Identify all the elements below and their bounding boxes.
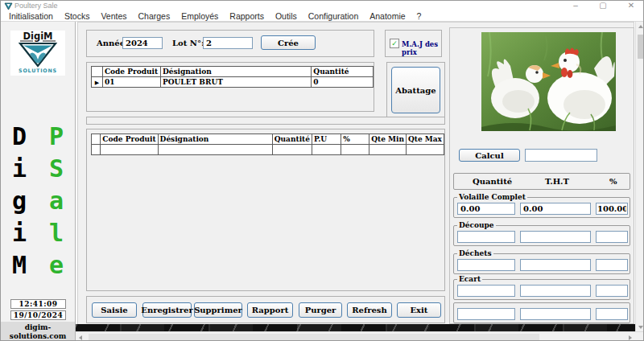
col-qte-max: Qte Max: [406, 134, 444, 145]
scroll-up-icon[interactable]: [638, 25, 643, 28]
rapport-button[interactable]: Rapport: [247, 302, 293, 318]
calcul-button[interactable]: Calcul: [459, 149, 520, 162]
details-table: Code Produit Désignation Quantité P.U % …: [91, 134, 444, 155]
desktop-background-strip: [76, 324, 635, 331]
dechets-group: Déchets: [453, 253, 630, 274]
clock-display: 12:41:09: [10, 299, 66, 309]
lot-products-table: Code Produit Désignation Quantité ▶ 01 P…: [91, 66, 374, 88]
volaille-quantite-input[interactable]: [457, 203, 515, 215]
chickens-photo: [481, 32, 616, 131]
refresh-button[interactable]: Refresh: [347, 302, 392, 318]
decoupe-quantite-input[interactable]: [457, 231, 515, 243]
menu-rapports[interactable]: Rapports: [224, 11, 270, 22]
col-designation: Désignation: [158, 134, 272, 145]
decoupe-group: Découpe: [453, 225, 630, 246]
app-icon: [4, 2, 13, 10]
vertical-scrollbar[interactable]: [635, 22, 644, 332]
group-label: Découpe: [457, 221, 496, 229]
brand-letter: S: [38, 155, 75, 183]
cell-empty[interactable]: [158, 145, 272, 155]
cell-empty[interactable]: [341, 145, 369, 155]
row-selector-cell[interactable]: [92, 145, 101, 155]
cell-designation[interactable]: POULET BRUT: [160, 77, 311, 88]
table-header-row: Code Produit Désignation Quantité: [92, 67, 374, 77]
menu-anatomie[interactable]: Anatomie: [364, 11, 411, 22]
abattage-button[interactable]: Abattage: [391, 67, 440, 113]
cell-empty[interactable]: [312, 145, 341, 155]
maj-checkbox[interactable]: ✓: [390, 39, 399, 48]
col-code-produit: Code Produit: [101, 134, 158, 145]
brand-letter: e: [38, 252, 75, 279]
volaille-pct-input[interactable]: [596, 203, 628, 215]
cree-button[interactable]: Crée: [261, 35, 316, 50]
digim-logo-icon: DigiM SOLUTIONS: [10, 31, 65, 76]
calcul-result-input[interactable]: [525, 149, 597, 162]
volaille-complet-group: Volaille Complet: [453, 197, 630, 218]
app-window: Poultery Sale – ▢ ✕ Initialisation Stock…: [0, 0, 644, 341]
menu-employes[interactable]: Employés: [175, 11, 224, 22]
logo-brand-text: DigiM: [23, 31, 52, 42]
ecart-quantite-input[interactable]: [457, 285, 515, 297]
table-row[interactable]: ▶ 01 POULET BRUT 0: [92, 77, 374, 88]
total-pct-input[interactable]: [596, 308, 628, 320]
brand-letter: D: [1, 123, 38, 150]
close-button[interactable]: ✕: [625, 1, 638, 10]
sidebar-footer: digim-solutions.com ©DigiM Solutions: [1, 322, 75, 341]
menu-configuration[interactable]: Configuration: [303, 11, 364, 22]
vertical-scroll-thumb[interactable]: [638, 35, 644, 59]
scroll-left-icon[interactable]: [79, 335, 82, 340]
table-row[interactable]: [92, 145, 444, 155]
cell-empty[interactable]: [369, 145, 407, 155]
enregistrer-button[interactable]: Enregistrer: [142, 302, 192, 318]
cell-code[interactable]: 01: [102, 77, 160, 88]
website-link[interactable]: digim-solutions.com: [1, 323, 75, 341]
horizontal-scroll-thumb[interactable]: [89, 334, 539, 341]
decoupe-pct-input[interactable]: [596, 231, 628, 243]
vertical-brand-row-4: i l: [1, 220, 76, 247]
group-label: Ecart: [457, 275, 482, 283]
saisie-button[interactable]: Saisie: [92, 302, 137, 318]
menu-ventes[interactable]: Ventes: [95, 11, 132, 22]
vertical-brand-row-5: M e: [1, 252, 76, 279]
purger-button[interactable]: Purger: [299, 302, 342, 318]
col-pu: P.U: [312, 134, 341, 145]
row-pointer-icon[interactable]: ▶: [92, 77, 103, 88]
total-quantite-input[interactable]: [457, 308, 515, 320]
dechets-tht-input[interactable]: [520, 259, 591, 271]
menu-outils[interactable]: Outils: [270, 11, 303, 22]
exit-button[interactable]: Exit: [397, 302, 441, 318]
brand-letter: l: [38, 220, 75, 247]
brand-letter: g: [1, 187, 38, 215]
lot-input[interactable]: [203, 37, 253, 49]
volaille-tht-input[interactable]: [520, 203, 591, 215]
maximize-button[interactable]: ▢: [597, 1, 609, 10]
dechets-quantite-input[interactable]: [457, 259, 515, 271]
total-tht-input[interactable]: [520, 308, 591, 320]
group-label: Volaille Complet: [457, 193, 527, 201]
ecart-group: Ecart: [453, 279, 630, 300]
ecart-tht-input[interactable]: [520, 285, 591, 297]
cell-empty[interactable]: [406, 145, 444, 155]
minimize-button[interactable]: –: [569, 1, 582, 10]
scroll-down-icon[interactable]: [638, 326, 643, 329]
details-panel: Code Produit Désignation Quantité P.U % …: [86, 129, 445, 291]
decoupe-tht-input[interactable]: [520, 231, 591, 243]
menu-help[interactable]: ?: [411, 11, 427, 22]
menu-stocks[interactable]: Stocks: [59, 11, 96, 22]
lot-header-panel: Année: Lot N°: Crée: [86, 30, 374, 57]
supprimer-button[interactable]: Supprimer: [194, 302, 242, 318]
horizontal-scrollbar[interactable]: [76, 331, 644, 341]
scroll-right-icon[interactable]: [629, 335, 632, 340]
dechets-pct-input[interactable]: [596, 259, 628, 271]
menu-initialisation[interactable]: Initialisation: [3, 11, 59, 22]
separator-strip: [86, 117, 445, 125]
logo-sub-text: SOLUTIONS: [19, 68, 57, 73]
ecart-pct-input[interactable]: [596, 285, 628, 297]
menu-charges[interactable]: Charges: [133, 11, 176, 22]
lot-products-panel: Code Produit Désignation Quantité ▶ 01 P…: [86, 62, 374, 112]
annee-input[interactable]: [122, 37, 163, 49]
cell-empty[interactable]: [101, 145, 158, 155]
maj-checkbox-label: M.A.J des prix: [402, 40, 441, 56]
cell-empty[interactable]: [272, 145, 312, 155]
cell-quantite[interactable]: 0: [312, 77, 374, 88]
